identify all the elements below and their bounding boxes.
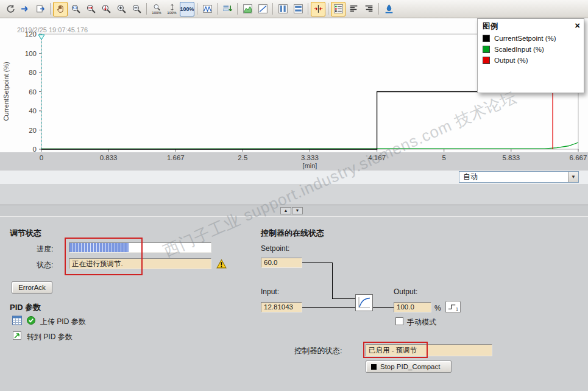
pid-params-heading: PID 参数 [10,302,41,313]
manual-mode-checkbox[interactable] [395,317,403,325]
zoom-out-icon [132,4,142,14]
controller-state-label: 控制器的状态: [294,346,342,356]
toolbar-separator [237,3,238,15]
close-icon[interactable]: × [575,20,580,30]
warning-icon [216,259,227,270]
pid-commissioning-window: 100% 100% 100% PID_Compact_1 [] 2019/2/2… [0,0,588,391]
online-status-heading: 控制器的在线状态 [261,228,324,239]
legend-item: CurrentSetpoint (%) [478,33,584,44]
series-swatch-scaledinput [483,46,490,53]
tuning-progress-bar [69,242,211,253]
setpoint-field[interactable]: 60.0 [261,258,302,268]
legend-icon [333,4,344,14]
progress-label: 进度: [37,244,53,255]
stop-square-icon [371,364,377,370]
area-chart-button[interactable] [240,2,255,16]
fit-100-label: 100% [180,5,194,13]
align-right-button[interactable] [361,2,376,16]
success-check-icon [26,315,37,326]
zoom-in-icon [116,4,127,14]
trace-mode-select[interactable]: 自动 ▼ [459,171,579,183]
chevron-down-icon[interactable]: ▼ [568,172,578,182]
svg-text:5.833: 5.833 [502,154,520,161]
toolbar-separator [217,3,218,15]
toolbar-separator [50,3,51,15]
svg-text:6.667: 6.667 [570,154,587,161]
vertical-bars-icon [278,4,288,14]
vertical-bars-button[interactable] [275,2,290,16]
error-ack-label: ErrorAck [18,284,46,291]
legend-item: ScaledInput (%) [478,44,584,55]
line-chart-icon [258,4,268,14]
toolbar-separator [146,3,147,15]
status-label: 状态: [37,260,53,270]
tuning-progress-fill [69,243,129,252]
legend-toggle-button[interactable] [331,2,345,16]
svg-text:1: 1 [456,306,458,311]
zoom-100-icon [153,4,161,11]
manual-value-button[interactable]: 1 [445,301,461,313]
svg-text:4.167: 4.167 [368,154,386,161]
legend-label: Output (%) [494,57,528,64]
svg-text:100: 100 [25,50,37,57]
signal-line [373,307,394,308]
svg-text:1.667: 1.667 [167,154,185,161]
input-field: 12.81043 [261,302,302,312]
svg-text:0.833: 0.833 [100,154,118,161]
pid-algorithm-box [355,294,373,311]
goto-pid-params-link[interactable]: 转到 PID 参数 [27,332,73,342]
zoom-value-axis-icon [101,4,112,14]
input-label: Input: [261,287,279,296]
splitter-collapse-down-button[interactable]: ▼ [292,207,303,214]
scale-values-icon [168,4,176,11]
paint-drop-icon [384,4,394,14]
zoom-in-button[interactable] [114,2,129,16]
pan-tool-button[interactable] [53,2,68,16]
horizontal-bars-button[interactable] [291,2,305,16]
stop-pid-compact-button[interactable]: Stop PID_Compact [366,361,452,373]
zoom-time-axis-icon [86,4,96,14]
svg-text:3.333: 3.333 [301,154,319,161]
signal-line [332,262,333,298]
manual-mode-label: 手动模式 [407,317,436,328]
export-view-button[interactable] [33,2,48,16]
next-view-button[interactable] [18,2,32,16]
apply-time-range-button[interactable] [220,2,235,16]
zoom-100-label: 100% [152,11,161,15]
zoom-100-button[interactable]: 100% [149,2,164,16]
fit-100-button[interactable]: 100% [180,2,194,16]
align-left-button[interactable] [346,2,361,16]
scale-values-button[interactable]: 100% [165,2,179,16]
toolbar-separator [197,3,197,15]
legend-label: ScaledInput (%) [494,46,544,53]
line-chart-button[interactable] [255,2,270,16]
svg-text:80: 80 [29,69,37,76]
legend-item: Output (%) [478,55,584,66]
svg-text:2.5: 2.5 [238,154,247,161]
trace-toolbar: 100% 100% 100% [0,0,588,18]
splitter-collapse-up-button[interactable]: ▲ [280,207,291,214]
background-color-button[interactable] [381,2,396,16]
setpoint-label: Setpoint: [261,244,289,253]
measure-cursor-button[interactable] [311,2,325,16]
curve-overlap-button[interactable] [200,2,214,16]
svg-text:40: 40 [29,107,37,114]
zoom-region-button[interactable] [68,2,83,16]
upload-pid-params-link[interactable]: 上传 PID 参数 [40,317,86,327]
svg-text:[min]: [min] [303,162,317,169]
zoom-time-axis-button[interactable] [83,2,98,16]
toolbar-separator [328,3,328,15]
export-view-icon [35,4,46,14]
hand-icon [55,4,66,14]
toolbar-separator [378,3,379,15]
error-ack-button[interactable]: ErrorAck [12,281,52,294]
previous-view-icon [5,4,15,14]
next-view-icon [20,4,30,14]
tuning-status-field: 正在进行预调节. [69,258,211,269]
svg-text:0: 0 [33,146,37,153]
zoom-value-axis-button[interactable] [99,2,113,16]
zoom-out-button[interactable] [129,2,144,16]
controller-state-field: 已启用 - 预调节 [366,344,492,356]
signal-line [302,307,355,308]
previous-view-button[interactable] [2,2,17,16]
